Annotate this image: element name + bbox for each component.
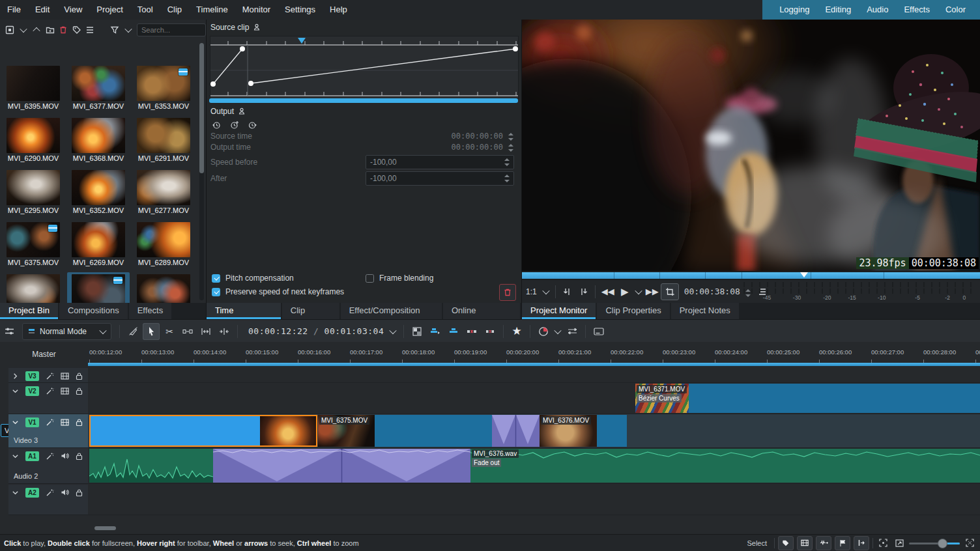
clip-mvi6376[interactable]: MVI_6376.MOV [540, 415, 627, 447]
lock-icon[interactable] [76, 452, 83, 460]
keyframe-next-icon[interactable] [248, 120, 257, 130]
tab-time-remapping[interactable]: Time Remapping [207, 303, 281, 319]
chevron-up-icon[interactable] [32, 23, 41, 36]
monitor-zoom-chevron-icon[interactable] [541, 284, 551, 300]
razor-tool-button[interactable]: ✂ [161, 323, 178, 340]
bin-clip[interactable]: MVI_6269.MOV [67, 220, 130, 271]
remap-curve-editor[interactable] [210, 36, 519, 99]
clip-mvi6371[interactable]: MVI_6371.MOV Bézier Curves [635, 384, 980, 413]
play-button[interactable]: ▶ [616, 284, 633, 300]
bin-clip[interactable]: MVI_6352.MOV [67, 168, 130, 219]
tab-project-monitor[interactable]: Project Monitor [522, 303, 596, 319]
bin-menu-icon[interactable] [85, 23, 94, 36]
workspace-audio[interactable]: Audio [859, 0, 896, 20]
timeline-hscrollbar[interactable] [94, 526, 116, 530]
film-icon[interactable] [61, 388, 69, 395]
tab-project-notes[interactable]: Project Notes [671, 303, 739, 319]
clip-mvi6375[interactable]: MVI_6375.MOV [318, 415, 492, 447]
track-badge[interactable]: A1 [25, 451, 39, 461]
chevron-down-icon[interactable] [12, 388, 19, 395]
bin-clip[interactable]: MVI_6277.MOV [132, 168, 195, 219]
tab-online-resources[interactable]: Online Resources [443, 303, 520, 319]
track-header-v1[interactable]: V1 Video 3 [8, 414, 88, 448]
speed-before-spinner[interactable] [504, 158, 511, 166]
remap-zoom-bar[interactable] [209, 98, 518, 103]
filter-chevron-icon[interactable] [123, 23, 132, 36]
track-badge[interactable]: V2 [25, 386, 39, 396]
track-header-a2[interactable]: A2 [8, 485, 88, 515]
chevron-down-icon[interactable] [12, 489, 19, 496]
play-chevron-icon[interactable] [633, 284, 644, 300]
menu-project[interactable]: Project [89, 0, 130, 20]
menu-edit[interactable]: Edit [28, 0, 57, 20]
zoom-fit-icon[interactable] [893, 535, 906, 551]
film-icon[interactable] [61, 419, 69, 426]
monitor-seekbar[interactable] [522, 272, 980, 279]
track-badge[interactable]: V1 [25, 417, 39, 427]
preserve-speed-checkbox[interactable] [212, 288, 220, 296]
mixed-audio-video-icon[interactable] [409, 323, 425, 340]
menu-help[interactable]: Help [323, 0, 354, 20]
menu-tool[interactable]: Tool [130, 0, 160, 20]
timecode-chevron-icon[interactable] [390, 326, 397, 333]
clip-audio-fades[interactable] [213, 449, 470, 483]
bin-scrollbar[interactable] [199, 43, 204, 300]
insert-zone-icon[interactable] [427, 323, 444, 340]
fast-forward-button[interactable]: ▶▶ [644, 284, 661, 300]
record-chevron-icon[interactable] [553, 323, 562, 340]
zone-mode-button[interactable] [661, 283, 679, 300]
timeline-zoom-slider[interactable] [909, 537, 960, 550]
frame-blending-checkbox[interactable] [366, 274, 374, 283]
speed-after-input[interactable]: -100,00 [366, 171, 514, 186]
filter-icon[interactable] [110, 23, 119, 36]
tab-clip-properties[interactable]: Clip Properties [597, 303, 669, 319]
lock-icon[interactable] [76, 488, 83, 497]
track-a2[interactable] [88, 485, 980, 515]
effects-icon[interactable] [46, 372, 54, 380]
speaker-icon[interactable] [61, 488, 69, 496]
workspace-logging[interactable]: Logging [771, 0, 817, 20]
zone-out-icon[interactable] [575, 284, 591, 300]
chevron-down-icon[interactable] [12, 453, 19, 460]
tab-project-bin[interactable]: Project Bin [0, 303, 58, 319]
bin-clip[interactable]: MVI_6375.MOV [2, 220, 65, 271]
tab-effects[interactable]: Effects [129, 303, 172, 319]
source-time-value[interactable]: 00:00:00:00 [452, 132, 503, 141]
lock-icon[interactable] [76, 418, 83, 427]
effects-icon[interactable] [46, 488, 54, 497]
effects-icon[interactable] [46, 452, 54, 460]
bin-clip[interactable]: MVI_6351.MOV [2, 272, 65, 303]
create-folder-icon[interactable] [45, 23, 54, 36]
mask-tool-icon[interactable] [124, 323, 141, 340]
timeline-ruler[interactable]: 00:00:12:0000:00:13:0000:00:14:0000:00:1… [88, 347, 980, 363]
chevron-down-icon[interactable] [12, 419, 19, 426]
speed-before-input[interactable]: -100,00 [366, 155, 514, 169]
bin-clip[interactable]: MVI_6289.MOV [132, 220, 195, 271]
bin-clip[interactable]: MVI_6368.MOV [67, 116, 130, 167]
bin-clip[interactable]: MVI_6395.MOV [2, 64, 65, 115]
zone-in-icon[interactable] [560, 284, 575, 300]
adjust-icon[interactable] [564, 323, 581, 340]
track-options-icon[interactable] [1, 323, 18, 340]
tab-clip-monitor[interactable]: Clip Monitor [282, 303, 339, 319]
tag-icon[interactable] [72, 23, 81, 36]
track-header-v2[interactable]: V2 [8, 383, 88, 414]
subtitle-icon[interactable] [590, 323, 607, 340]
overwrite-zone-icon[interactable] [445, 323, 462, 340]
bin-clip[interactable]: MVI_6353.MOV [132, 64, 195, 115]
bin-view-icon[interactable] [5, 23, 14, 36]
menu-settings[interactable]: Settings [278, 0, 323, 20]
track-header-v3[interactable]: V3 [8, 368, 88, 383]
video-select-button[interactable] [797, 536, 813, 550]
rewind-button[interactable]: ◀◀ [599, 284, 616, 300]
lift-zone-icon[interactable] [482, 323, 498, 340]
flag-button[interactable] [835, 536, 850, 550]
record-button[interactable] [535, 323, 552, 340]
track-header-a1[interactable]: A1 Audio 2 [8, 448, 88, 484]
menu-view[interactable]: View [57, 0, 89, 20]
lock-icon[interactable] [76, 387, 83, 395]
edit-mode-select[interactable]: Normal Mode [22, 323, 111, 340]
tab-effect-composition-stack[interactable]: Effect/Composition Stack [341, 303, 442, 319]
menu-clip[interactable]: Clip [160, 0, 189, 20]
clip-audio-1[interactable] [89, 449, 213, 483]
